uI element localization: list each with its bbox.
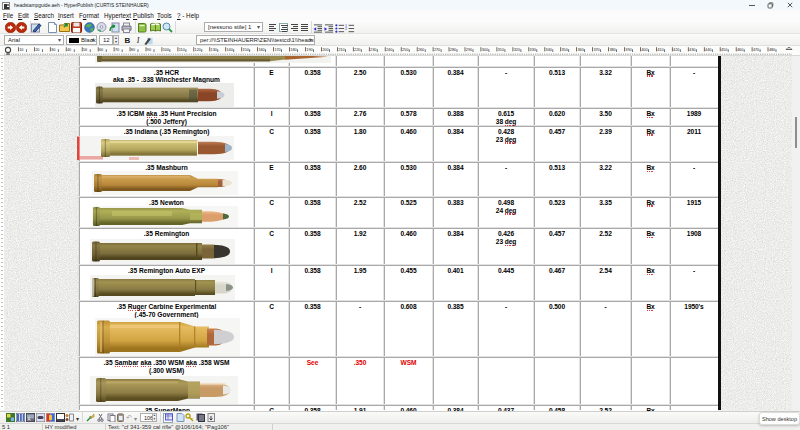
svg-text:20: 20	[35, 48, 39, 52]
svg-text:320: 320	[514, 48, 520, 52]
svg-text:420: 420	[673, 48, 679, 52]
svg-text:390: 390	[625, 48, 631, 52]
svg-text:180: 180	[290, 48, 296, 52]
svg-text:190: 190	[306, 48, 312, 52]
svg-text:30: 30	[51, 48, 55, 52]
svg-text:350: 350	[562, 48, 568, 52]
svg-text:300: 300	[482, 48, 488, 52]
svg-text:130: 130	[211, 48, 217, 52]
svg-text:360: 360	[578, 48, 584, 52]
svg-text:10: 10	[19, 48, 23, 52]
svg-text:470: 470	[753, 48, 759, 52]
svg-text:280: 280	[450, 48, 456, 52]
svg-text:250: 250	[402, 48, 408, 52]
svg-text:100: 100	[163, 48, 169, 52]
svg-text:80: 80	[131, 48, 135, 52]
svg-text:480: 480	[769, 48, 775, 52]
svg-text:2: 2	[345, 27, 347, 31]
svg-text:310: 310	[498, 48, 504, 52]
svg-text:400: 400	[641, 48, 647, 52]
svg-text:220: 220	[354, 48, 360, 52]
svg-text:370: 370	[593, 48, 599, 52]
svg-text:110: 110	[179, 48, 185, 52]
svg-text:60: 60	[99, 48, 103, 52]
svg-text:120: 120	[195, 48, 201, 52]
svg-text:260: 260	[418, 48, 424, 52]
svg-text:460: 460	[737, 48, 743, 52]
svg-text:450: 450	[721, 48, 727, 52]
svg-text:430: 430	[689, 48, 695, 52]
svg-text:340: 340	[546, 48, 552, 52]
svg-text:170: 170	[274, 48, 280, 52]
svg-text:240: 240	[386, 48, 392, 52]
svg-text:410: 410	[657, 48, 663, 52]
svg-text:160: 160	[258, 48, 264, 52]
svg-text:140: 140	[227, 48, 233, 52]
svg-text:270: 270	[434, 48, 440, 52]
svg-text:40: 40	[67, 48, 71, 52]
svg-text:330: 330	[530, 48, 536, 52]
svg-text:150: 150	[243, 48, 249, 52]
svg-text:A: A	[28, 417, 31, 422]
svg-text:90: 90	[147, 48, 151, 52]
svg-text:200: 200	[322, 48, 328, 52]
svg-text:50: 50	[83, 48, 87, 52]
svg-text:230: 230	[370, 48, 376, 52]
svg-text:210: 210	[338, 48, 344, 52]
svg-text:70: 70	[115, 48, 119, 52]
svg-text:380: 380	[609, 48, 615, 52]
svg-text:440: 440	[705, 48, 711, 52]
svg-text:290: 290	[466, 48, 472, 52]
